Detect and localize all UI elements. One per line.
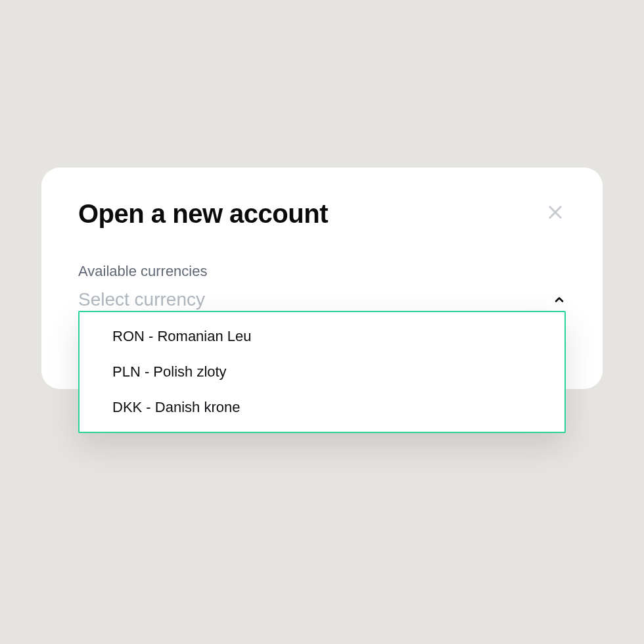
chevron-up-icon xyxy=(553,293,566,306)
currency-select[interactable]: Select currency xyxy=(78,289,566,310)
modal-header: Open a new account xyxy=(78,199,566,229)
currency-option-pln[interactable]: PLN - Polish zloty xyxy=(80,354,564,390)
currency-field: Available currencies Select currency xyxy=(78,263,566,310)
close-icon xyxy=(546,203,564,221)
modal-title: Open a new account xyxy=(78,199,328,229)
open-account-modal: Open a new account Available currencies … xyxy=(41,168,603,389)
close-button[interactable] xyxy=(545,202,566,223)
currency-field-label: Available currencies xyxy=(78,263,566,280)
currency-option-ron[interactable]: RON - Romanian Leu xyxy=(80,319,564,354)
currency-option-dkk[interactable]: DKK - Danish krone xyxy=(80,390,564,425)
currency-dropdown: RON - Romanian Leu PLN - Polish zloty DK… xyxy=(78,311,566,433)
currency-select-placeholder: Select currency xyxy=(78,289,205,310)
